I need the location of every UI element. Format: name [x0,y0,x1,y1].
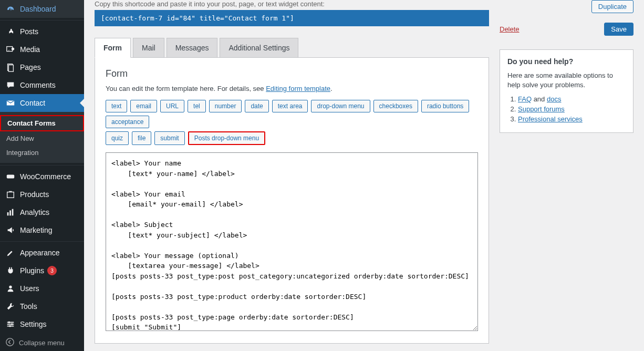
panel-heading: Form [106,68,478,79]
menu-item-media[interactable]: Media [0,40,84,58]
woo-icon [5,172,16,181]
shortcode-box[interactable]: [contact-form-7 id="84" title="Contact f… [95,10,489,26]
help-box: Do you need help? Here are some availabl… [500,49,633,133]
svg-rect-3 [8,65,13,72]
analytics-icon [5,208,16,217]
sidebar-right: Duplicate Delete Save Do you need help? … [500,0,633,351]
main-content: Copy this shortcode and paste it into yo… [95,0,489,351]
help-link[interactable]: Professional services [518,115,583,123]
tag-posts-drop-down-menu[interactable]: Posts drop-down menu [188,131,265,145]
settings-icon [5,319,16,329]
svg-rect-9 [12,209,14,216]
submenu-item-integration[interactable]: Integration [0,146,84,160]
help-item: FAQ and docs [518,95,626,103]
menu-item-contact[interactable]: Contact [0,94,84,112]
tab-mail[interactable]: Mail [133,38,164,57]
svg-point-17 [6,338,14,346]
admin-sidebar: DashboardPostsMediaPagesCommentsContactC… [0,0,84,351]
menu-item-dashboard[interactable]: Dashboard [0,0,84,18]
help-link[interactable]: Support forums [518,105,565,113]
menu-item-posts[interactable]: Posts [0,23,84,40]
help-item: Support forums [518,105,626,113]
tag-radio-buttons[interactable]: radio buttons [421,100,469,112]
svg-point-15 [11,323,13,325]
shortcode-hint: Copy this shortcode and paste it into yo… [95,0,489,8]
submenu-item-contact-forms[interactable]: Contact Forms [0,115,84,131]
tag-submit[interactable]: submit [154,131,184,145]
svg-point-1 [12,47,14,50]
help-item: Professional services [518,115,626,123]
menu-item-comments[interactable]: Comments [0,76,84,94]
mail-icon [5,98,16,108]
panel-description: You can edit the form template here. For… [106,85,478,92]
save-button[interactable]: Save [604,23,633,36]
submenu-item-add-new[interactable]: Add New [0,131,84,146]
products-icon [5,190,16,199]
tabs: FormMailMessagesAdditional Settings [95,38,489,58]
tab-additional-settings[interactable]: Additional Settings [220,38,298,57]
menu-item-analytics[interactable]: Analytics [0,203,84,221]
svg-point-10 [9,286,12,288]
comments-icon [5,80,16,90]
menu-item-pages[interactable]: Pages [0,58,84,76]
dashboard-icon [5,4,16,14]
tag-checkboxes[interactable]: checkboxes [373,100,418,112]
svg-rect-8 [9,210,11,215]
svg-rect-6 [7,192,14,198]
help-title: Do you need help? [507,57,626,66]
marketing-icon [5,225,16,235]
collapse-icon [5,337,16,348]
form-template-textarea[interactable] [106,152,478,331]
help-link[interactable]: docs [547,95,561,103]
tag-tel[interactable]: tel [188,100,206,112]
tag-number[interactable]: number [209,100,242,112]
tag-url[interactable]: URL [160,100,184,112]
menu-item-tools[interactable]: Tools [0,297,84,315]
help-desc: Here are some available options to help … [507,71,626,90]
help-link[interactable]: FAQ [518,95,532,103]
menu-item-marketing[interactable]: Marketing [0,221,84,239]
pages-icon [5,63,16,72]
plugin-count-badge: 3 [47,266,57,275]
media-icon [5,45,16,54]
plugins-icon [5,266,16,275]
menu-item-plugins[interactable]: Plugins3 [0,262,84,280]
tools-icon [5,302,16,311]
tag-acceptance[interactable]: acceptance [106,116,149,128]
tag-quiz[interactable]: quiz [106,131,129,145]
menu-item-products[interactable]: Products [0,185,84,203]
users-icon [5,284,16,293]
tag-text-area[interactable]: text area [272,100,308,112]
editing-template-link[interactable]: Editing form template [266,85,330,92]
delete-link[interactable]: Delete [500,25,520,33]
tag-text[interactable]: text [106,100,127,112]
pin-icon [5,27,16,36]
menu-item-settings[interactable]: Settings [0,315,84,333]
menu-item-users[interactable]: Users [0,280,84,297]
appearance-icon [5,248,16,257]
tab-messages[interactable]: Messages [167,38,218,57]
form-panel: Form You can edit the form template here… [95,58,489,344]
tab-form[interactable]: Form [95,38,131,58]
menu-item-woocommerce[interactable]: WooCommerce [0,168,84,185]
svg-rect-7 [7,212,9,215]
tag-date[interactable]: date [245,100,268,112]
duplicate-button[interactable]: Duplicate [591,0,633,13]
tag-drop-down-menu[interactable]: drop-down menu [311,100,370,112]
tag-buttons: textemailURLtelnumberdatetext areadrop-d… [106,100,478,145]
svg-rect-5 [7,174,14,178]
tag-email[interactable]: email [130,100,157,112]
svg-point-14 [8,322,11,324]
collapse-menu[interactable]: Collapse menu [0,333,84,351]
tag-file[interactable]: file [132,131,151,145]
menu-item-appearance[interactable]: Appearance [0,244,84,262]
svg-point-16 [9,325,11,327]
